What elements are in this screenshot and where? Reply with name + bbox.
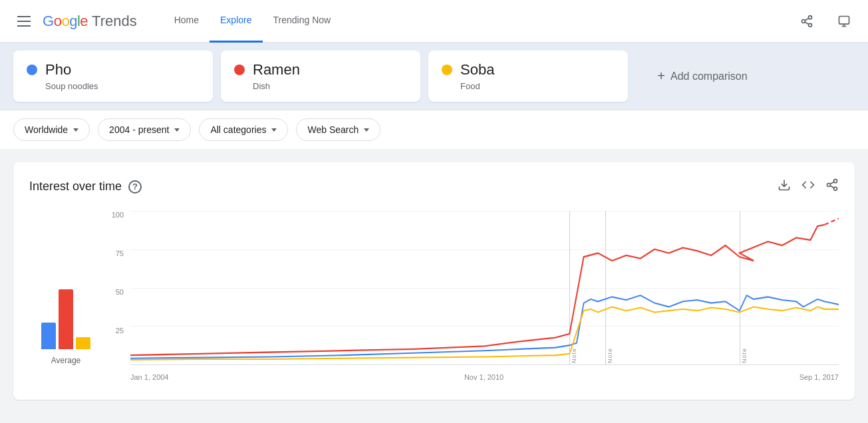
- pho-line: [130, 295, 839, 358]
- main-content: Interest over time ?: [0, 149, 868, 413]
- x-label-2010: Nov 1, 2010: [464, 373, 504, 381]
- svg-point-11: [834, 187, 837, 190]
- menu-icon[interactable]: [11, 8, 37, 35]
- ramen-bar: [59, 289, 73, 349]
- pho-color-dot: [27, 65, 37, 75]
- soba-header: Soba: [442, 61, 615, 78]
- search-type-filter[interactable]: Web Search: [296, 118, 380, 141]
- nav-home[interactable]: Home: [164, 0, 210, 43]
- svg-point-0: [809, 15, 812, 19]
- nav-trending[interactable]: Trending Now: [263, 0, 342, 43]
- ramen-color-dot: [234, 65, 245, 75]
- ramen-line: [130, 225, 825, 355]
- header: Google Trends Home Explore Trending Now: [0, 0, 868, 43]
- time-chevron-icon: [174, 128, 180, 132]
- avg-label: Average: [51, 356, 80, 365]
- help-icon[interactable]: ?: [128, 180, 142, 194]
- feedback-button[interactable]: [831, 8, 857, 35]
- y-label-75: 75: [116, 249, 124, 257]
- main-nav: Home Explore Trending Now: [164, 0, 341, 43]
- pho-subtitle: Soup noodles: [45, 81, 200, 91]
- nav-explore[interactable]: Explore: [210, 0, 262, 43]
- pho-bar: [41, 323, 56, 349]
- category-label: All categories: [210, 124, 266, 135]
- x-axis: Jan 1, 2004 Nov 1, 2010 Sep 1, 2017: [130, 373, 839, 381]
- interest-actions: [778, 178, 839, 195]
- line-chart: 100 75 50 25 Note: [102, 211, 839, 384]
- svg-point-1: [802, 19, 805, 23]
- time-label: 2004 - present: [109, 124, 169, 135]
- interest-header: Interest over time ?: [29, 178, 839, 195]
- download-icon[interactable]: [778, 178, 791, 195]
- x-label-2017: Sep 1, 2017: [799, 373, 839, 381]
- ramen-title: Ramen: [253, 61, 300, 78]
- svg-line-4: [805, 18, 809, 20]
- embed-icon[interactable]: [801, 178, 815, 195]
- search-type-chevron-icon: [364, 128, 369, 132]
- region-filter[interactable]: Worldwide: [13, 118, 90, 141]
- ramen-line-dashed: [825, 219, 839, 225]
- chart-svg: [130, 211, 839, 364]
- search-card-pho: Pho Soup noodles: [13, 51, 213, 102]
- average-bars: Average: [29, 211, 102, 384]
- trends-label: Trends: [92, 13, 137, 30]
- svg-point-10: [827, 184, 831, 187]
- y-label-25: 25: [116, 327, 124, 335]
- svg-line-12: [830, 186, 834, 188]
- x-label-2004: Jan 1, 2004: [130, 373, 169, 381]
- filter-section: Worldwide 2004 - present All categories …: [0, 110, 868, 149]
- pho-header: Pho: [27, 61, 200, 78]
- svg-line-13: [830, 182, 834, 184]
- soba-color-dot: [442, 65, 452, 75]
- pho-title: Pho: [45, 61, 71, 78]
- region-label: Worldwide: [25, 124, 68, 135]
- share-chart-icon[interactable]: [825, 178, 839, 195]
- category-chevron-icon: [271, 128, 277, 132]
- search-type-label: Web Search: [307, 124, 359, 135]
- ramen-header: Ramen: [234, 61, 407, 78]
- header-actions: [794, 8, 857, 35]
- y-label-100: 100: [112, 211, 124, 219]
- time-filter[interactable]: 2004 - present: [98, 118, 191, 141]
- share-button[interactable]: [794, 8, 820, 35]
- google-logo: Google Trends: [43, 13, 137, 30]
- svg-point-9: [834, 180, 837, 183]
- search-card-ramen: Ramen Dish: [221, 51, 420, 102]
- region-chevron-icon: [73, 128, 78, 132]
- search-section: Pho Soup noodles Ramen Dish Soba Food + …: [0, 43, 868, 110]
- svg-rect-5: [839, 16, 849, 24]
- category-filter[interactable]: All categories: [199, 118, 288, 141]
- soba-line: [130, 307, 839, 360]
- y-axis: 100 75 50 25: [102, 211, 128, 365]
- soba-subtitle: Food: [460, 81, 615, 91]
- ramen-subtitle: Dish: [253, 81, 407, 91]
- search-card-soba: Soba Food: [428, 51, 628, 102]
- soba-bar: [76, 337, 90, 349]
- plus-icon: +: [657, 69, 665, 84]
- y-label-50: 50: [116, 288, 124, 296]
- interest-over-time-card: Interest over time ?: [13, 162, 855, 400]
- add-comparison-button[interactable]: + Add comparison: [636, 51, 769, 102]
- search-cards: Pho Soup noodles Ramen Dish Soba Food + …: [13, 51, 855, 102]
- interest-title-group: Interest over time ?: [29, 180, 142, 194]
- soba-title: Soba: [460, 61, 494, 78]
- svg-point-2: [809, 23, 812, 27]
- interest-title: Interest over time: [29, 180, 122, 194]
- add-comparison-label: Add comparison: [670, 70, 748, 82]
- bar-group: [41, 289, 90, 349]
- svg-line-3: [805, 22, 809, 24]
- chart-plot: Note Note Note: [130, 211, 839, 365]
